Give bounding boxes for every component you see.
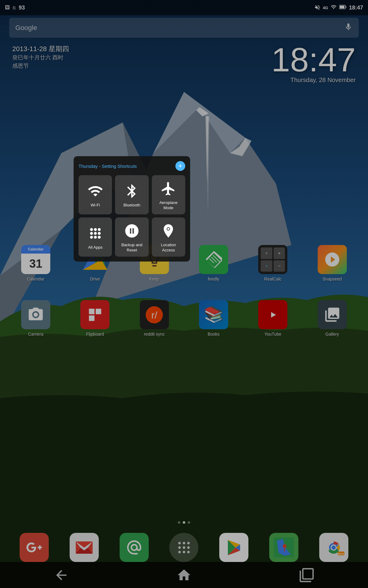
shortcut-wifi[interactable]: Wi-Fi bbox=[79, 175, 112, 214]
svg-point-6 bbox=[167, 228, 170, 230]
allapps-icon bbox=[87, 225, 104, 242]
shortcuts-popup: Thursday - Setting Shortcuts + Wi-Fi Blu… bbox=[74, 156, 190, 262]
aeroplane-icon bbox=[160, 180, 177, 197]
popup-title: Thursday - Setting Shortcuts bbox=[79, 164, 137, 169]
location-label: Location Access bbox=[154, 243, 183, 253]
wifi-label: Wi-Fi bbox=[91, 203, 100, 208]
bluetooth-label: Bluetooth bbox=[124, 203, 140, 208]
shortcut-allapps[interactable]: All Apps bbox=[79, 217, 112, 257]
popup-header: Thursday - Setting Shortcuts + bbox=[79, 161, 185, 171]
shortcut-bluetooth[interactable]: Bluetooth bbox=[115, 175, 148, 214]
location-icon bbox=[160, 222, 177, 239]
dim-overlay bbox=[0, 0, 368, 588]
wifi-icon bbox=[87, 183, 104, 200]
bluetooth-icon bbox=[123, 183, 140, 200]
shortcut-backup[interactable]: Backup and Reset bbox=[115, 217, 148, 257]
aeroplane-label: Aeroplane Mode bbox=[154, 200, 183, 211]
backup-icon bbox=[123, 222, 140, 239]
shortcuts-grid: Wi-Fi Bluetooth Aeroplane Mode bbox=[79, 175, 185, 257]
backup-label: Backup and Reset bbox=[117, 243, 146, 253]
add-shortcut-button[interactable]: + bbox=[175, 161, 185, 171]
shortcut-location[interactable]: Location Access bbox=[152, 217, 185, 257]
shortcut-aeroplane[interactable]: Aeroplane Mode bbox=[152, 175, 185, 214]
allapps-label: All Apps bbox=[88, 245, 102, 250]
